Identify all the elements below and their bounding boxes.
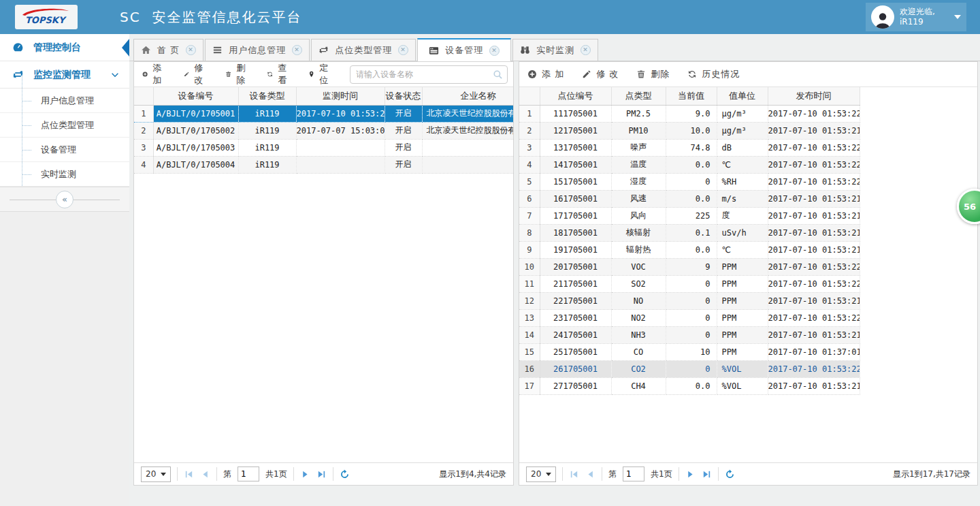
refresh-table-button[interactable] (340, 469, 350, 479)
close-icon[interactable]: ✕ (292, 45, 302, 55)
next-page-button[interactable] (300, 469, 310, 479)
first-page-button[interactable] (184, 469, 194, 479)
table-cell: 6 (519, 190, 540, 207)
table-cell: 231705001 (540, 309, 611, 326)
table-row[interactable]: 7171705001风向225度2017-07-10 01:53:21 (519, 207, 860, 224)
table-row[interactable]: 1A/BJLT/0/1705001iR1192017-07-10 01:53:2… (134, 105, 513, 122)
column-header[interactable]: 监测时间 (296, 87, 385, 105)
column-header[interactable]: 设备类型 (238, 87, 296, 105)
table-cell: 0 (666, 275, 717, 292)
last-page-button[interactable] (702, 469, 712, 479)
tab-label: 首 页 (157, 44, 180, 57)
sidebar-item-user-info[interactable]: 用户信息管理 (0, 89, 129, 113)
next-page-button[interactable] (685, 469, 696, 479)
delete-button[interactable]: 删除 (636, 68, 670, 80)
table-cell: 温度 (611, 156, 666, 173)
button-label: 删除 (651, 68, 670, 80)
column-header[interactable]: 设备状态 (385, 87, 422, 105)
table-row[interactable]: 12221705001NO0PPM2017-07-10 01:53:21 (519, 292, 860, 309)
user-menu[interactable]: 欢迎光临, iR119 (866, 3, 966, 31)
page-size-select[interactable]: 20 (141, 467, 171, 482)
table-cell: 2017-07-10 01:53:22 (768, 258, 860, 275)
table-row[interactable]: 9191705001辐射热0.0℃2017-07-10 01:53:21 (519, 241, 860, 258)
caret-down-icon[interactable] (954, 15, 961, 19)
table-row[interactable]: 16261705001CO20%VOL2017-07-10 01:53:22 (519, 360, 860, 377)
view-button[interactable]: 查看 (267, 62, 291, 86)
table-row[interactable]: 13231705001NO20PPM2017-07-10 01:53:22 (519, 309, 860, 326)
table-row[interactable]: 2A/BJLT/0/1705002iR1192017-07-07 15:03:0… (134, 122, 513, 139)
table-cell: PPM (717, 326, 768, 343)
tab-device-management[interactable]: 设备管理 ✕ (417, 38, 511, 61)
tab-user-info[interactable]: 用户信息管理 ✕ (205, 39, 310, 61)
device-table: 设备编号 设备类型 监测时间 设备状态 企业名称 1A/BJLT/0/17050… (134, 87, 513, 174)
page-label-prefix: 第 (223, 469, 231, 480)
table-cell: 风向 (611, 207, 666, 224)
close-icon[interactable]: ✕ (398, 45, 408, 55)
search-input[interactable] (350, 65, 508, 84)
sidebar-item-device[interactable]: 设备管理 (0, 138, 129, 162)
column-header[interactable]: 当前值 (666, 87, 717, 105)
page-number-input[interactable] (623, 467, 644, 481)
history-button[interactable]: 历史情况 (687, 68, 740, 80)
tab-home[interactable]: 首 页 ✕ (133, 39, 203, 61)
table-row[interactable]: 10201705001VOC9PPM2017-07-10 01:53:22 (519, 258, 860, 275)
add-button[interactable]: 添 加 (142, 62, 166, 86)
table-cell: 0.0 (666, 241, 717, 258)
table-cell: 2017-07-10 01:53:21 (768, 224, 860, 241)
table-cell: CO2 (611, 360, 666, 377)
sidebar-item-label: 监控监测管理 (33, 69, 91, 81)
tab-realtime-monitor[interactable]: 实时监测 ✕ (512, 39, 598, 61)
column-header-rownum[interactable] (134, 87, 153, 105)
column-header[interactable]: 点类型 (611, 87, 666, 105)
close-icon[interactable]: ✕ (186, 45, 196, 55)
table-cell: %VOL (717, 360, 768, 377)
close-icon[interactable]: ✕ (581, 45, 591, 55)
sidebar-item-monitor-management[interactable]: 监控监测管理 (0, 61, 129, 89)
last-page-icon (316, 469, 327, 479)
table-row[interactable]: 4141705001温度0.0℃2017-07-10 01:53:22 (519, 156, 860, 173)
column-header[interactable]: 发布时间 (768, 87, 860, 105)
sidebar-item-point-type[interactable]: 点位类型管理 (0, 113, 129, 138)
prev-page-button[interactable] (200, 469, 210, 479)
table-cell: 5 (519, 173, 540, 190)
search-icon[interactable] (493, 69, 503, 80)
table-cell: 核辐射 (611, 224, 666, 241)
table-row[interactable]: 11211705001SO20PPM2017-07-10 01:53:22 (519, 275, 860, 292)
table-cell (422, 139, 513, 156)
prev-page-button[interactable] (585, 469, 595, 479)
locate-button[interactable]: 定位 (308, 62, 332, 86)
first-page-button[interactable] (569, 469, 579, 479)
delete-button[interactable]: 删除 (225, 62, 249, 86)
column-header[interactable]: 值单位 (717, 87, 768, 105)
table-row[interactable]: 17271705001CH40.0%VOL2017-07-10 01:53:21 (519, 377, 860, 394)
column-header[interactable]: 点位编号 (540, 87, 611, 105)
last-page-button[interactable] (316, 469, 327, 479)
edit-button[interactable]: 修 改 (184, 62, 208, 86)
column-header[interactable]: 企业名称 (422, 87, 513, 105)
table-row[interactable]: 14241705001NH30PPM2017-07-10 01:53:21 (519, 326, 860, 343)
table-row[interactable]: 2121705001PM1010.0μg/m³2017-07-10 01:53:… (519, 122, 860, 139)
close-icon[interactable]: ✕ (489, 46, 500, 56)
table-row[interactable]: 15251705001CO10PPM2017-07-10 01:37:01 (519, 343, 860, 360)
table-row[interactable]: 1111705001PM2.59.0μg/m³2017-07-10 01:53:… (519, 105, 860, 122)
page-number-input[interactable] (238, 467, 259, 481)
chevron-down-icon (110, 70, 120, 80)
table-row[interactable]: 6161705001风速0.0m/s2017-07-10 01:53:21 (519, 190, 860, 207)
divider (333, 467, 333, 481)
refresh-table-button[interactable] (725, 469, 735, 479)
column-header-rownum[interactable] (519, 87, 540, 105)
collapse-sidebar-button[interactable]: « (56, 191, 74, 208)
table-row[interactable]: 4A/BJLT/0/1705004iR119开启 (134, 156, 513, 173)
column-header[interactable]: 设备编号 (153, 87, 238, 105)
table-row[interactable]: 3A/BJLT/0/1705003iR119开启 (134, 139, 513, 156)
tab-point-type[interactable]: 点位类型管理 ✕ (311, 39, 416, 61)
table-cell: 0 (666, 309, 717, 326)
table-row[interactable]: 5151705001湿度0%RH2017-07-10 01:53:22 (519, 173, 860, 190)
page-size-select[interactable]: 20 (526, 467, 556, 482)
table-row[interactable]: 3131705001噪声74.8dB2017-07-10 01:53:22 (519, 139, 860, 156)
edit-button[interactable]: 修 改 (582, 68, 619, 80)
sidebar-item-realtime[interactable]: 实时监测 (0, 162, 129, 187)
add-button[interactable]: 添 加 (527, 68, 564, 80)
sidebar-item-console[interactable]: 管理控制台 (0, 34, 129, 61)
table-row[interactable]: 8181705001核辐射0.1uSv/h2017-07-10 01:53:21 (519, 224, 860, 241)
